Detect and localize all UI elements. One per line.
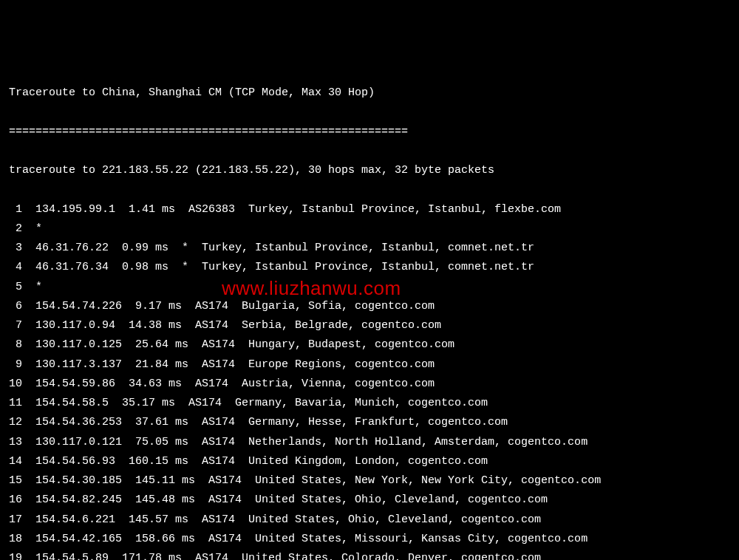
hop-row: 1 134.195.99.1 1.41 ms AS26383 Turkey, I… xyxy=(9,200,730,219)
hop-row: 11 154.54.58.5 35.17 ms AS174 Germany, B… xyxy=(9,394,730,413)
hop-row: 15 154.54.30.185 145.11 ms AS174 United … xyxy=(9,471,730,491)
hop-row: 3 46.31.76.22 0.99 ms * Turkey, Istanbul… xyxy=(9,239,730,258)
hops-list: 1 134.195.99.1 1.41 ms AS26383 Turkey, I… xyxy=(9,200,730,561)
hop-row: 13 130.117.0.121 75.05 ms AS174 Netherla… xyxy=(9,433,730,452)
watermark-text: www.liuzhanwu.com xyxy=(222,272,401,306)
hop-row: 10 154.54.59.86 34.63 ms AS174 Austria, … xyxy=(9,375,730,394)
hop-row: 2 * xyxy=(9,219,730,239)
hop-row: 17 154.54.6.221 145.57 ms AS174 United S… xyxy=(9,511,730,530)
traceroute-command: traceroute to 221.183.55.22 (221.183.55.… xyxy=(9,161,730,180)
hop-row: 19 154.54.5.89 171.78 ms AS174 United St… xyxy=(9,549,730,560)
hop-row: 9 130.117.3.137 21.84 ms AS174 Europe Re… xyxy=(9,355,730,375)
hop-row: 8 130.117.0.125 25.64 ms AS174 Hungary, … xyxy=(9,335,730,355)
traceroute-title: Traceroute to China, Shanghai CM (TCP Mo… xyxy=(9,83,730,103)
hop-row: 14 154.54.56.93 160.15 ms AS174 United K… xyxy=(9,452,730,471)
hop-row: 18 154.54.42.165 158.66 ms AS174 United … xyxy=(9,530,730,549)
hop-row: 12 154.54.36.253 37.61 ms AS174 Germany,… xyxy=(9,413,730,432)
hop-row: 7 130.117.0.94 14.38 ms AS174 Serbia, Be… xyxy=(9,316,730,335)
hop-row: 16 154.54.82.245 145.48 ms AS174 United … xyxy=(9,491,730,510)
separator-line: ========================================… xyxy=(9,123,730,142)
